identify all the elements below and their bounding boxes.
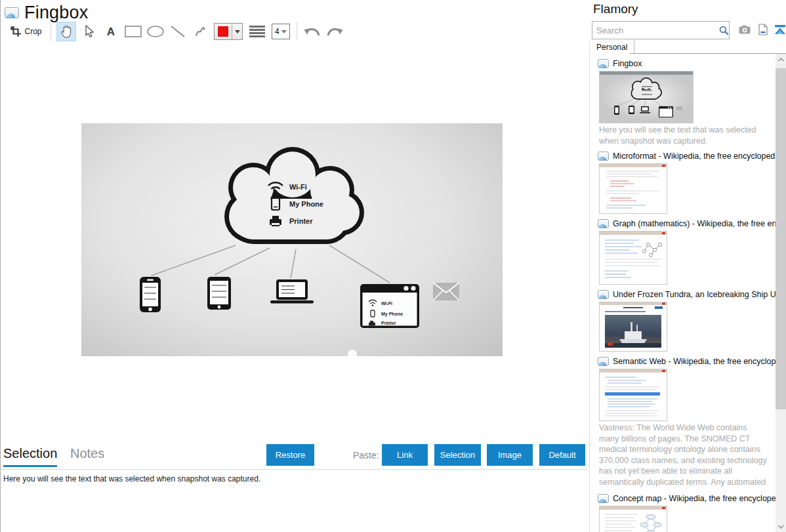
search-box: [592, 21, 730, 39]
snapshot-title[interactable]: Microformat - Wikipedia, the free encycl…: [613, 152, 776, 161]
hand-icon: [60, 24, 73, 39]
camera-icon[interactable]: [738, 24, 751, 35]
flamory-sidebar: Flamory Personal Fingbox: [589, 0, 786, 532]
editor-toolbar: Crop A: [1, 20, 589, 43]
bottom-separator: [1, 469, 588, 470]
sidebar-scrollbar[interactable]: [776, 54, 786, 532]
ellipse-tool-button[interactable]: [146, 22, 165, 41]
snapshot-canvas[interactable]: Wi-Fi My Phone Printer: [81, 123, 503, 356]
cloud-label-printer: Printer: [289, 217, 313, 225]
redo-icon: [326, 26, 343, 37]
redo-button[interactable]: [325, 22, 344, 41]
window-label-wifi: Wi-Fi: [381, 301, 392, 306]
paste-link-button[interactable]: Link: [382, 444, 428, 466]
cloud-label-wifi: Wi-Fi: [289, 183, 307, 191]
laptop-icon: [270, 279, 314, 304]
cloud-label-myphone: My Phone: [289, 200, 323, 208]
list-item[interactable]: Fingbox Here you will see the te: [590, 58, 776, 146]
toolbar-separator: [51, 22, 51, 41]
sidebar-app-title: Flamory: [593, 2, 638, 16]
window-label-myphone: My Phone: [381, 312, 403, 317]
search-icon[interactable]: [716, 26, 732, 35]
hand-tool-button[interactable]: [56, 22, 76, 41]
paste-default-button[interactable]: Default: [539, 444, 585, 466]
snapshot-thumbnail-cloud-diagram[interactable]: [599, 71, 693, 123]
list-item[interactable]: Concept map - Wikipedia, the free encycl…: [590, 493, 776, 532]
snapshot-title[interactable]: Concept map - Wikipedia, the free encycl…: [613, 494, 776, 503]
tab-personal[interactable]: Personal: [589, 40, 634, 54]
list-item[interactable]: Semantic Web - Wikipedia, the free encyc…: [590, 356, 776, 489]
text-icon: A: [107, 26, 115, 37]
color-dropdown-arrow: [232, 24, 242, 39]
list-item[interactable]: Microformat - Wikipedia, the free encycl…: [590, 150, 776, 214]
cloud-diagram: Wi-Fi My Phone Printer: [81, 123, 503, 356]
window-label-printer: Printer: [381, 321, 396, 325]
snapshot-thumbnail-news-ship[interactable]: [599, 302, 667, 352]
search-input[interactable]: [592, 26, 716, 35]
snapshot-thumbnail-wiki-highlight[interactable]: [599, 369, 667, 421]
list-item[interactable]: Graph (mathematics) - Wikipedia, the fre…: [590, 218, 776, 285]
snapshot-icon: [598, 494, 609, 503]
freehand-icon: [194, 25, 206, 38]
undo-button[interactable]: [302, 22, 322, 41]
tab-selection[interactable]: Selection: [3, 446, 57, 467]
snapshot-icon: [598, 152, 609, 161]
scrollbar-thumb[interactable]: [776, 68, 786, 409]
toolbar-separator: [297, 22, 297, 41]
rectangle-icon: [125, 26, 142, 37]
snapshot-title[interactable]: Graph (mathematics) - Wikipedia, the fre…: [613, 219, 776, 228]
color-picker-dropdown[interactable]: [214, 23, 243, 40]
line-width-icon[interactable]: [249, 26, 265, 37]
new-page-icon[interactable]: [756, 24, 770, 35]
text-tool-button[interactable]: A: [101, 22, 121, 41]
crop-button[interactable]: Crop: [2, 22, 45, 41]
snapshot-thumbnail-wiki-graph[interactable]: [599, 231, 667, 285]
snapshot-note: Here you will see the text that was sele…: [599, 125, 769, 146]
tablet-icon: [207, 277, 231, 310]
list-item[interactable]: Under Frozen Tundra, an Icebreaking Ship…: [590, 289, 776, 352]
snapshot-title[interactable]: Fingbox: [613, 59, 776, 68]
player-dot: [348, 350, 357, 356]
stroke-width-arrow: [281, 30, 287, 33]
cursor-icon: [83, 25, 94, 38]
smartphone-icon: [140, 277, 161, 312]
crop-label: Crop: [24, 27, 41, 36]
snapshot-thumbnail-wiki-map[interactable]: [599, 506, 667, 532]
restore-button[interactable]: Restore: [266, 444, 314, 466]
snapshot-note: Vastness: The World Wide Web contains ma…: [599, 422, 769, 489]
color-swatch-red: [218, 26, 228, 37]
paste-selection-button[interactable]: Selection: [434, 444, 481, 466]
envelope-icon: [433, 283, 459, 300]
freehand-tool-button[interactable]: [190, 22, 210, 41]
rectangle-tool-button[interactable]: [123, 22, 143, 41]
snapshot-icon: [598, 59, 609, 68]
scroll-top-icon[interactable]: [774, 24, 786, 35]
select-tool-button[interactable]: [79, 22, 98, 41]
snapshot-app-icon: [5, 7, 19, 18]
ellipse-icon: [147, 26, 164, 37]
snapshot-editor-pane: Fingbox Crop A: [1, 0, 589, 532]
snapshot-icon: [598, 357, 609, 366]
line-tool-button[interactable]: [168, 22, 188, 41]
browser-window-icon: Wi-Fi My Phone Printer: [360, 284, 419, 328]
scrollbar-up-arrow[interactable]: [776, 54, 786, 65]
snapshot-title[interactable]: Semantic Web - Wikipedia, the free encyc…: [613, 357, 776, 366]
paste-label: Paste:: [353, 450, 379, 460]
line-icon: [170, 25, 186, 38]
snapshot-thumbnail-wiki-code[interactable]: [599, 163, 667, 214]
scrollbar-down-arrow[interactable]: [776, 521, 786, 532]
snapshot-title[interactable]: Under Frozen Tundra, an Icebreaking Ship…: [613, 290, 776, 299]
paste-image-button[interactable]: Image: [487, 444, 533, 466]
snapshot-list: Fingbox Here you will see the te: [589, 54, 776, 532]
undo-icon: [304, 26, 321, 37]
snapshot-icon: [598, 290, 609, 299]
cloud-printer-row: Printer: [270, 216, 313, 226]
tab-notes[interactable]: Notes: [70, 446, 104, 461]
crop-icon: [10, 26, 21, 37]
stroke-width-dropdown[interactable]: 4: [272, 24, 290, 39]
selection-text: Here you will see the text that was sele…: [3, 474, 260, 483]
snapshot-icon: [598, 219, 609, 228]
stroke-width-value: 4: [275, 27, 279, 36]
